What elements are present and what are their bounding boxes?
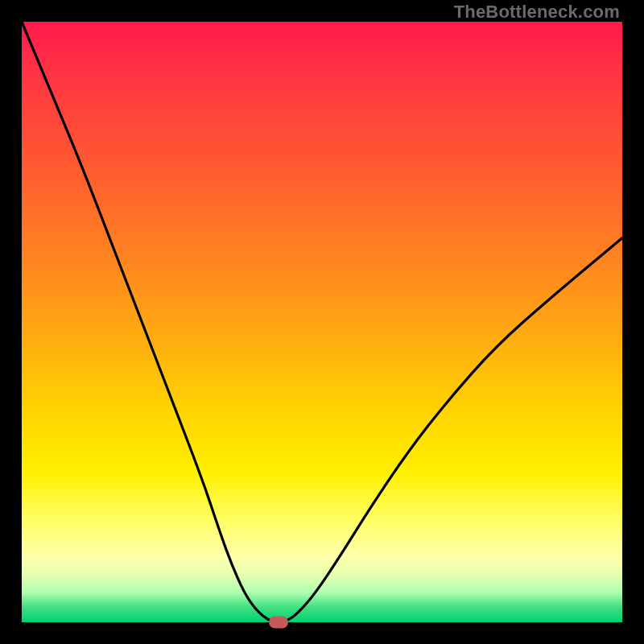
chart-frame: TheBottleneck.com (0, 0, 644, 644)
plot-area (22, 22, 622, 622)
watermark-text: TheBottleneck.com (454, 2, 620, 23)
optimal-point-marker (269, 617, 288, 629)
bottleneck-curve (22, 22, 622, 622)
curve-path (22, 22, 622, 622)
